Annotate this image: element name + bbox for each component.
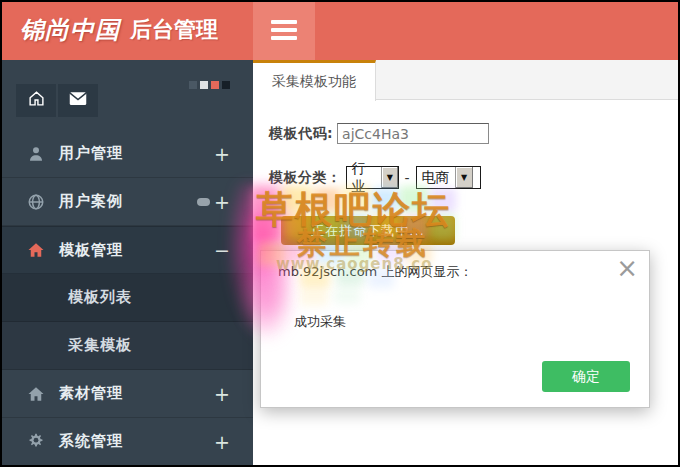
messages-button[interactable]: [58, 84, 98, 117]
sidebar-item-user-cases[interactable]: 用户案例 +: [0, 178, 253, 226]
sidebar-subitem-label: 模板列表: [68, 288, 132, 307]
ok-button[interactable]: 确定: [542, 361, 630, 392]
template-category-row: 模板分类： 行业 ▼ - 电商 ▼: [269, 166, 680, 189]
expand-plus-icon: +: [214, 191, 230, 213]
sidebar-item-label: 模板管理: [59, 241, 123, 260]
template-code-input[interactable]: [337, 123, 489, 144]
close-icon[interactable]: ×: [616, 253, 638, 284]
sidebar-toggle-button[interactable]: [253, 0, 315, 60]
downloading-button[interactable]: 正在拼命下载中...: [281, 216, 455, 245]
app-title: 后台管理: [130, 15, 218, 45]
tab-collect-template-function[interactable]: 采集模板功能: [253, 60, 376, 101]
dialog-title: mb.92jscn.com 上的网页显示：: [278, 263, 472, 281]
template-code-row: 模板代码:: [269, 123, 680, 144]
square-gray: [189, 81, 197, 89]
chevron-down-icon: ▼: [387, 173, 393, 182]
top-header: 锦尚中国 后台管理: [0, 0, 680, 60]
home-icon: [26, 241, 46, 259]
sidebar-item-template-management[interactable]: 模板管理 −: [0, 226, 253, 274]
collect-template-form: 模板代码: 模板分类： 行业 ▼ - 电商 ▼ 正在拼命下载中...: [253, 100, 680, 245]
sidebar-item-system-management[interactable]: 系统管理 +: [0, 418, 253, 466]
category-separator: -: [405, 170, 410, 186]
home-button[interactable]: [16, 84, 56, 117]
tab-label: 采集模板功能: [272, 73, 356, 91]
brand-name: 锦尚中国: [20, 14, 120, 46]
category-secondary-select[interactable]: 电商 ▼: [416, 166, 481, 189]
status-squares: [189, 81, 230, 89]
sidebar-top: [0, 60, 253, 130]
square-black: [222, 81, 230, 89]
collapse-minus-icon: −: [214, 239, 230, 261]
dialog-message: 成功采集: [294, 313, 346, 331]
sidebar-menu: 用户管理 + 用户案例 +: [0, 130, 253, 467]
selected-category-secondary: 电商: [417, 167, 455, 188]
sidebar-item-label: 用户案例: [59, 192, 123, 211]
square-red: [211, 81, 219, 89]
user-icon: [26, 145, 46, 163]
envelope-icon: [69, 91, 87, 110]
sidebar-item-user-management[interactable]: 用户管理 +: [0, 130, 253, 178]
sidebar-item-label: 用户管理: [59, 144, 123, 163]
template-category-label: 模板分类：: [269, 169, 342, 187]
expand-plus-icon: +: [214, 383, 230, 405]
app-logo: 锦尚中国 后台管理: [0, 0, 253, 60]
sidebar: 用户管理 + 用户案例 +: [0, 60, 253, 467]
sidebar-item-label: 素材管理: [59, 384, 123, 403]
square-light: [200, 81, 208, 89]
dropdown-button[interactable]: ▼: [381, 167, 397, 188]
chevron-down-icon: ▼: [461, 173, 467, 182]
expand-plus-icon: +: [214, 143, 230, 165]
sidebar-item-material-management[interactable]: 素材管理 +: [0, 370, 253, 418]
admin-app: 锦尚中国 后台管理: [0, 0, 680, 467]
tab-strip: 采集模板功能: [253, 60, 680, 100]
template-code-label: 模板代码:: [269, 125, 333, 143]
gear-icon: [26, 433, 46, 451]
home-icon: [28, 90, 45, 111]
sidebar-subitem-collect-template[interactable]: 采集模板: [0, 322, 253, 370]
selected-category-primary: 行业: [347, 167, 382, 188]
quick-buttons: [16, 84, 98, 117]
sidebar-subitem-label: 采集模板: [68, 336, 132, 355]
home-icon: [26, 385, 46, 403]
globe-icon: [26, 193, 46, 211]
dropdown-button[interactable]: ▼: [455, 167, 473, 188]
sidebar-item-label: 系统管理: [59, 432, 123, 451]
notification-badge: [197, 198, 210, 206]
category-primary-select[interactable]: 行业 ▼: [346, 166, 399, 189]
browser-alert-dialog: mb.92jscn.com 上的网页显示： × 成功采集 确定: [260, 250, 650, 408]
expand-plus-icon: +: [214, 431, 230, 453]
sidebar-subitem-template-list[interactable]: 模板列表: [0, 274, 253, 322]
